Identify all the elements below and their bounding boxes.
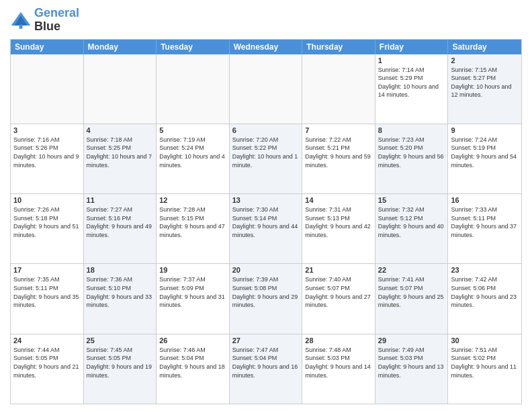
- day-info: Sunrise: 7:15 AM Sunset: 5:27 PM Dayligh…: [451, 66, 519, 99]
- day-number: 21: [305, 266, 372, 274]
- day-info: Sunrise: 7:47 AM Sunset: 5:04 PM Dayligh…: [232, 346, 300, 379]
- header-day-tuesday: Tuesday: [157, 40, 230, 54]
- day-number: 20: [232, 266, 300, 274]
- empty-cell: [302, 54, 375, 124]
- day-cell-9: 9Sunrise: 7:24 AM Sunset: 5:19 PM Daylig…: [448, 124, 521, 193]
- day-info: Sunrise: 7:33 AM Sunset: 5:11 PM Dayligh…: [451, 205, 519, 239]
- day-number: 23: [451, 266, 519, 274]
- header-day-wednesday: Wednesday: [230, 40, 303, 54]
- day-cell-15: 15Sunrise: 7:32 AM Sunset: 5:12 PM Dayli…: [375, 194, 449, 263]
- day-number: 11: [87, 196, 154, 204]
- calendar: SundayMondayTuesdayWednesdayThursdayFrid…: [10, 39, 522, 404]
- day-number: 28: [305, 336, 372, 345]
- day-cell-22: 22Sunrise: 7:41 AM Sunset: 5:07 PM Dayli…: [375, 264, 449, 333]
- day-cell-10: 10Sunrise: 7:26 AM Sunset: 5:18 PM Dayli…: [11, 194, 84, 263]
- day-info: Sunrise: 7:27 AM Sunset: 5:16 PM Dayligh…: [87, 205, 154, 239]
- day-cell-27: 27Sunrise: 7:47 AM Sunset: 5:04 PM Dayli…: [230, 334, 303, 404]
- header-day-monday: Monday: [84, 40, 157, 54]
- day-cell-14: 14Sunrise: 7:31 AM Sunset: 5:13 PM Dayli…: [302, 194, 375, 263]
- day-cell-18: 18Sunrise: 7:36 AM Sunset: 5:10 PM Dayli…: [84, 264, 157, 333]
- day-info: Sunrise: 7:36 AM Sunset: 5:10 PM Dayligh…: [87, 275, 154, 309]
- day-info: Sunrise: 7:39 AM Sunset: 5:08 PM Dayligh…: [232, 275, 300, 309]
- day-number: 12: [159, 196, 226, 204]
- calendar-row-2: 10Sunrise: 7:26 AM Sunset: 5:18 PM Dayli…: [11, 193, 521, 263]
- day-cell-17: 17Sunrise: 7:35 AM Sunset: 5:11 PM Dayli…: [11, 264, 84, 333]
- day-cell-3: 3Sunrise: 7:16 AM Sunset: 5:26 PM Daylig…: [11, 124, 84, 193]
- day-number: 24: [13, 336, 81, 345]
- day-info: Sunrise: 7:23 AM Sunset: 5:20 PM Dayligh…: [378, 136, 445, 169]
- day-cell-12: 12Sunrise: 7:28 AM Sunset: 5:15 PM Dayli…: [157, 194, 230, 263]
- calendar-row-4: 24Sunrise: 7:44 AM Sunset: 5:05 PM Dayli…: [11, 334, 521, 404]
- day-info: Sunrise: 7:31 AM Sunset: 5:13 PM Dayligh…: [305, 205, 372, 239]
- logo-line2: Blue: [34, 20, 79, 34]
- day-number: 2: [451, 56, 519, 64]
- day-number: 22: [378, 266, 445, 274]
- day-number: 17: [13, 266, 81, 274]
- day-cell-6: 6Sunrise: 7:20 AM Sunset: 5:22 PM Daylig…: [230, 124, 303, 193]
- svg-rect-2: [19, 24, 23, 28]
- page: General Blue SundayMondayTuesdayWednesda…: [0, 0, 532, 411]
- day-cell-25: 25Sunrise: 7:45 AM Sunset: 5:05 PM Dayli…: [84, 334, 157, 404]
- day-number: 8: [378, 126, 445, 134]
- calendar-row-3: 17Sunrise: 7:35 AM Sunset: 5:11 PM Dayli…: [11, 263, 521, 333]
- day-cell-24: 24Sunrise: 7:44 AM Sunset: 5:05 PM Dayli…: [11, 334, 84, 404]
- day-info: Sunrise: 7:28 AM Sunset: 5:15 PM Dayligh…: [159, 205, 226, 239]
- day-cell-26: 26Sunrise: 7:46 AM Sunset: 5:04 PM Dayli…: [157, 334, 230, 404]
- header-day-sunday: Sunday: [11, 40, 84, 54]
- day-cell-7: 7Sunrise: 7:22 AM Sunset: 5:21 PM Daylig…: [302, 124, 375, 193]
- day-cell-23: 23Sunrise: 7:42 AM Sunset: 5:06 PM Dayli…: [448, 264, 521, 333]
- day-info: Sunrise: 7:32 AM Sunset: 5:12 PM Dayligh…: [378, 205, 445, 239]
- day-info: Sunrise: 7:16 AM Sunset: 5:26 PM Dayligh…: [13, 136, 81, 169]
- day-cell-20: 20Sunrise: 7:39 AM Sunset: 5:08 PM Dayli…: [230, 264, 303, 333]
- empty-cell: [11, 54, 84, 124]
- day-info: Sunrise: 7:35 AM Sunset: 5:11 PM Dayligh…: [13, 275, 81, 309]
- day-info: Sunrise: 7:48 AM Sunset: 5:03 PM Dayligh…: [305, 346, 372, 379]
- header-day-friday: Friday: [375, 40, 449, 54]
- day-info: Sunrise: 7:40 AM Sunset: 5:07 PM Dayligh…: [305, 275, 372, 309]
- day-number: 15: [378, 196, 445, 204]
- day-number: 19: [159, 266, 226, 274]
- day-number: 30: [451, 336, 519, 345]
- day-info: Sunrise: 7:18 AM Sunset: 5:25 PM Dayligh…: [87, 136, 154, 169]
- day-info: Sunrise: 7:49 AM Sunset: 5:03 PM Dayligh…: [378, 346, 445, 379]
- header-day-thursday: Thursday: [302, 40, 375, 54]
- calendar-body: 1Sunrise: 7:14 AM Sunset: 5:29 PM Daylig…: [11, 54, 521, 404]
- empty-cell: [230, 54, 303, 124]
- day-info: Sunrise: 7:24 AM Sunset: 5:19 PM Dayligh…: [451, 136, 519, 169]
- header-day-saturday: Saturday: [448, 40, 521, 54]
- day-cell-5: 5Sunrise: 7:19 AM Sunset: 5:24 PM Daylig…: [157, 124, 230, 193]
- empty-cell: [157, 54, 230, 124]
- day-number: 27: [232, 336, 300, 345]
- day-cell-2: 2Sunrise: 7:15 AM Sunset: 5:27 PM Daylig…: [448, 54, 521, 124]
- day-cell-21: 21Sunrise: 7:40 AM Sunset: 5:07 PM Dayli…: [302, 264, 375, 333]
- day-info: Sunrise: 7:51 AM Sunset: 5:02 PM Dayligh…: [451, 346, 519, 379]
- day-number: 6: [232, 126, 300, 134]
- calendar-row-0: 1Sunrise: 7:14 AM Sunset: 5:29 PM Daylig…: [11, 54, 521, 124]
- day-cell-16: 16Sunrise: 7:33 AM Sunset: 5:11 PM Dayli…: [448, 194, 521, 263]
- day-info: Sunrise: 7:20 AM Sunset: 5:22 PM Dayligh…: [232, 136, 300, 169]
- day-number: 13: [232, 196, 300, 204]
- day-number: 3: [13, 126, 81, 134]
- logo-icon: [10, 9, 32, 31]
- day-info: Sunrise: 7:41 AM Sunset: 5:07 PM Dayligh…: [378, 275, 445, 309]
- day-cell-8: 8Sunrise: 7:23 AM Sunset: 5:20 PM Daylig…: [375, 124, 449, 193]
- day-cell-4: 4Sunrise: 7:18 AM Sunset: 5:25 PM Daylig…: [84, 124, 157, 193]
- day-cell-29: 29Sunrise: 7:49 AM Sunset: 5:03 PM Dayli…: [375, 334, 449, 404]
- day-info: Sunrise: 7:22 AM Sunset: 5:21 PM Dayligh…: [305, 136, 372, 169]
- day-info: Sunrise: 7:30 AM Sunset: 5:14 PM Dayligh…: [232, 205, 300, 239]
- day-info: Sunrise: 7:45 AM Sunset: 5:05 PM Dayligh…: [87, 346, 154, 379]
- day-info: Sunrise: 7:46 AM Sunset: 5:04 PM Dayligh…: [159, 346, 226, 379]
- calendar-row-1: 3Sunrise: 7:16 AM Sunset: 5:26 PM Daylig…: [11, 124, 521, 193]
- header: General Blue: [10, 7, 522, 34]
- empty-cell: [84, 54, 157, 124]
- day-cell-28: 28Sunrise: 7:48 AM Sunset: 5:03 PM Dayli…: [302, 334, 375, 404]
- day-number: 29: [378, 336, 445, 345]
- day-info: Sunrise: 7:14 AM Sunset: 5:29 PM Dayligh…: [378, 66, 445, 99]
- day-number: 7: [305, 126, 372, 134]
- day-cell-11: 11Sunrise: 7:27 AM Sunset: 5:16 PM Dayli…: [84, 194, 157, 263]
- calendar-header: SundayMondayTuesdayWednesdayThursdayFrid…: [11, 40, 521, 54]
- logo: General Blue: [10, 7, 79, 34]
- day-number: 1: [378, 56, 445, 64]
- day-number: 16: [451, 196, 519, 204]
- logo-line1: General: [34, 7, 79, 20]
